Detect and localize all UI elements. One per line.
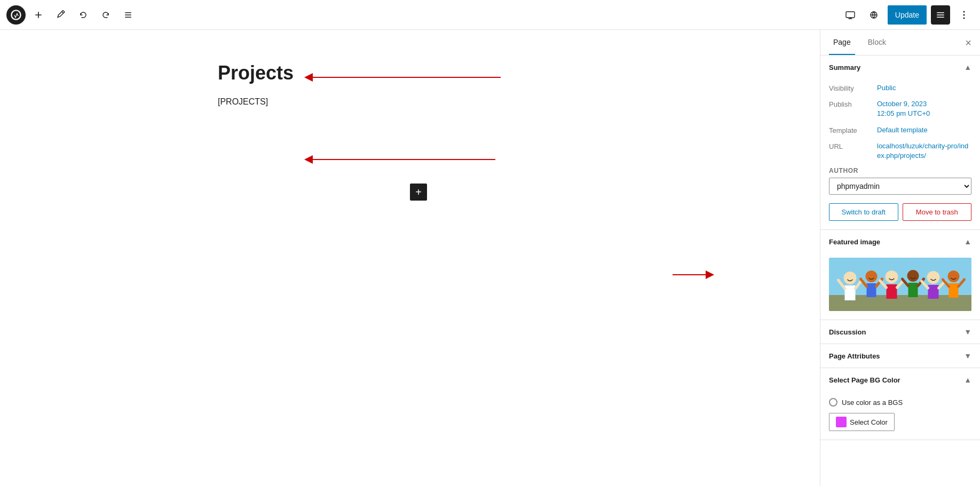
svg-point-0 — [11, 10, 21, 20]
svg-point-21 — [866, 270, 878, 282]
svg-rect-18 — [845, 285, 856, 300]
publish-label: Publish — [829, 99, 877, 108]
discussion-heading: Discussion — [829, 328, 866, 336]
author-label: AUTHOR — [829, 167, 971, 174]
tab-page[interactable]: Page — [829, 30, 855, 55]
switch-to-draft-button[interactable]: Switch to draft — [829, 203, 898, 221]
svg-rect-5 — [125, 17, 131, 18]
edit-button[interactable] — [51, 5, 70, 25]
move-to-trash-button[interactable]: Move to trash — [903, 203, 972, 221]
featured-image-wrapper — [829, 258, 971, 311]
bg-color-body: Use color as a BGS Select Color — [820, 392, 980, 440]
toolbar-right: Update — [841, 5, 974, 25]
discussion-chevron-icon: ▼ — [964, 328, 971, 336]
editor-content: Projects [PROJECTS] + — [218, 62, 602, 454]
tab-block[interactable]: Block — [864, 30, 890, 55]
use-as-bgs-option: Use color as a BGS — [829, 398, 971, 407]
summary-heading: Summary — [829, 63, 860, 71]
visibility-row: Visibility Public — [829, 83, 971, 93]
view-page-button[interactable] — [864, 5, 883, 25]
list-view-button[interactable] — [118, 5, 138, 25]
add-block-toolbar-button[interactable] — [29, 5, 48, 25]
visibility-label: Visibility — [829, 83, 877, 92]
preview-device-button[interactable] — [841, 5, 860, 25]
visibility-value[interactable]: Public — [877, 83, 896, 93]
toolbar: Update — [0, 0, 980, 30]
use-as-bgs-label: Use color as a BGS — [842, 399, 903, 407]
discussion-header[interactable]: Discussion ▼ — [820, 320, 980, 344]
svg-rect-34 — [928, 285, 939, 299]
svg-rect-7 — [937, 12, 944, 13]
svg-point-12 — [963, 17, 965, 19]
svg-point-33 — [927, 271, 940, 284]
bg-color-header[interactable]: Select Page BG Color ▲ — [820, 368, 980, 392]
page-attributes-chevron-icon: ▼ — [964, 352, 971, 360]
bg-color-section: Select Page BG Color ▲ Use color as a BG… — [820, 368, 980, 440]
svg-rect-8 — [937, 14, 944, 15]
arrow-shortcode — [303, 146, 495, 173]
featured-image-chevron-icon: ▲ — [964, 237, 971, 246]
undo-button[interactable] — [74, 5, 93, 25]
bg-color-heading: Select Page BG Color — [829, 376, 900, 384]
svg-point-11 — [963, 14, 965, 15]
bg-color-chevron-icon: ▲ — [964, 376, 971, 384]
editor-area: Projects [PROJECTS] + — [0, 30, 820, 486]
author-select[interactable]: phpmyadmin — [829, 178, 971, 195]
publish-row: Publish October 9, 2023 12:05 pm UTC+0 — [829, 99, 971, 118]
page-shortcode: [PROJECTS] — [218, 97, 602, 107]
svg-rect-26 — [887, 284, 897, 299]
svg-point-17 — [844, 272, 857, 284]
use-as-bgs-radio[interactable] — [829, 398, 837, 407]
svg-rect-38 — [949, 283, 959, 298]
sidebar: Page Block × Summary ▲ Visibility Public… — [820, 30, 980, 486]
publish-value[interactable]: October 9, 2023 12:05 pm UTC+0 — [877, 99, 930, 118]
template-value[interactable]: Default template — [877, 125, 928, 135]
color-swatch — [836, 417, 847, 427]
select-color-button[interactable]: Select Color — [829, 413, 895, 431]
summary-section: Summary ▲ Visibility Public Publish Octo… — [820, 55, 980, 230]
wordpress-logo[interactable] — [6, 5, 26, 25]
main-layout: Projects [PROJECTS] + Page Block × Summa… — [0, 30, 980, 486]
svg-rect-30 — [908, 283, 918, 297]
featured-image-body — [820, 253, 980, 320]
toolbar-left — [6, 5, 138, 25]
page-attributes-header[interactable]: Page Attributes ▼ — [820, 344, 980, 368]
sidebar-close-button[interactable]: × — [965, 37, 971, 48]
more-options-button[interactable] — [954, 5, 974, 25]
svg-rect-6 — [846, 12, 855, 18]
svg-rect-22 — [867, 283, 876, 297]
template-row: Template Default template — [829, 125, 971, 135]
template-label: Template — [829, 125, 877, 134]
select-color-label: Select Color — [850, 418, 888, 426]
svg-rect-9 — [937, 17, 944, 18]
featured-image-svg — [829, 258, 971, 311]
page-title[interactable]: Projects — [218, 62, 602, 84]
url-row: URL localhost/luzuk/charity-pro/index.ph… — [829, 141, 971, 161]
summary-chevron-icon: ▲ — [964, 63, 971, 71]
add-block-button[interactable]: + — [410, 184, 427, 201]
update-button[interactable]: Update — [888, 5, 927, 25]
svg-point-29 — [907, 270, 919, 282]
sidebar-tabs: Page Block × — [820, 30, 980, 55]
redo-button[interactable] — [96, 5, 115, 25]
svg-point-10 — [963, 11, 965, 12]
author-section: AUTHOR phpmyadmin — [829, 167, 971, 195]
svg-rect-2 — [38, 12, 39, 18]
settings-button[interactable] — [931, 5, 950, 25]
url-value[interactable]: localhost/luzuk/charity-pro/index.php/pr… — [877, 141, 971, 161]
featured-image-heading: Featured image — [829, 238, 880, 246]
featured-image-header[interactable]: Featured image ▲ — [820, 230, 980, 253]
svg-point-25 — [886, 270, 898, 283]
svg-rect-4 — [125, 14, 131, 15]
featured-image[interactable] — [829, 258, 971, 311]
svg-rect-3 — [125, 12, 131, 13]
page-attributes-section: Page Attributes ▼ — [820, 344, 980, 368]
url-label: URL — [829, 141, 877, 150]
featured-image-section: Featured image ▲ — [820, 230, 980, 320]
discussion-section: Discussion ▼ — [820, 320, 980, 344]
action-buttons: Switch to draft Move to trash — [829, 203, 971, 221]
svg-point-37 — [948, 270, 960, 282]
page-attributes-heading: Page Attributes — [829, 352, 880, 360]
summary-section-header[interactable]: Summary ▲ — [820, 55, 980, 79]
summary-section-body: Visibility Public Publish October 9, 202… — [820, 79, 980, 229]
